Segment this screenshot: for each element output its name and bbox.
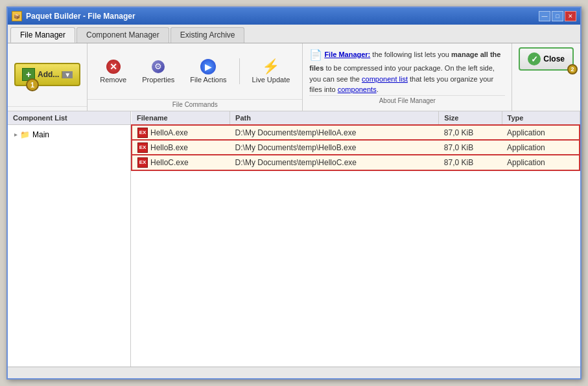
info-link1[interactable]: component list [362, 75, 408, 83]
col-path: Path [230, 111, 439, 125]
tab-existing-archive[interactable]: Existing Archive [171, 27, 245, 43]
table-row[interactable]: EXHelloB.exeD:\My Documents\temp\HelloB.… [132, 140, 580, 155]
tab-file-manager[interactable]: File Manager [10, 27, 75, 43]
file-icon: EX [137, 157, 148, 168]
window-close-button[interactable]: ✕ [565, 11, 576, 21]
toolbar-area: + Add... ▼ 1 ✕ Remove [8, 43, 580, 111]
add-label: Add... [38, 70, 59, 79]
file-path-cell: D:\My Documents\temp\HelloA.exe [230, 125, 439, 141]
file-size-cell: 87,0 KiB [439, 155, 502, 170]
file-type-cell: Application [502, 140, 580, 155]
close-section: ✓ Close 2 [512, 43, 580, 111]
live-update-label: Live Update [252, 76, 290, 84]
info-link2[interactable]: components [338, 85, 377, 93]
tree-item-main[interactable]: ▸ 📁 Main [12, 129, 126, 141]
file-name: HelloB.exe [150, 143, 188, 152]
info-text1: the following list lets you [370, 51, 451, 58]
sidebar-tree: ▸ 📁 Main [8, 125, 130, 367]
commands-buttons: ✕ Remove ⚙ Properties ▶ File Actions [88, 43, 302, 99]
table-row[interactable]: EXHelloA.exeD:\My Documents\temp\HelloA.… [132, 125, 580, 141]
tree-folder-icon: 📁 [20, 130, 30, 139]
content-area: Component List ▸ 📁 Main Filename Path Si… [8, 111, 580, 367]
close-button[interactable]: ✓ Close [519, 47, 574, 71]
file-table: Filename Path Size Type EXHelloA.exeD:\M… [131, 111, 580, 171]
about-label: About File Manager [309, 95, 505, 107]
remove-label: Remove [100, 76, 126, 84]
add-badge: 1 [26, 78, 39, 91]
properties-button[interactable]: ⚙ Properties [136, 56, 180, 87]
title-bar: 📦 Paquet Builder - File Manager — □ ✕ [8, 8, 580, 25]
add-button[interactable]: + Add... ▼ [14, 63, 80, 86]
add-dropdown[interactable]: ▼ [62, 71, 73, 78]
file-commands-label [8, 106, 87, 111]
close-label: Close [543, 54, 565, 63]
sidebar-header: Component List [8, 111, 130, 125]
file-name-cell: EXHelloB.exe [132, 140, 230, 155]
status-bar [8, 367, 580, 378]
col-filename: Filename [132, 111, 230, 125]
col-type: Type [502, 111, 580, 125]
tab-component-manager[interactable]: Component Manager [76, 27, 169, 43]
file-actions-label: File Actions [190, 76, 226, 84]
tabs-bar: File Manager Component Manager Existing … [8, 25, 580, 43]
sidebar: Component List ▸ 📁 Main [8, 111, 131, 367]
file-size-cell: 87,0 KiB [439, 125, 502, 141]
table-header-row: Filename Path Size Type [132, 111, 580, 125]
tree-expand-icon: ▸ [14, 131, 18, 138]
file-list-area: Filename Path Size Type EXHelloA.exeD:\M… [131, 111, 580, 367]
info-text: 📄 File Manager: the following list lets … [309, 47, 505, 95]
properties-icon: ⚙ [150, 59, 166, 74]
col-size: Size [439, 111, 502, 125]
file-size-cell: 87,0 KiB [439, 140, 502, 155]
title-bar-left: 📦 Paquet Builder - File Manager [12, 11, 135, 21]
live-update-icon: ⚡ [263, 59, 279, 74]
info-title-link[interactable]: File Manager: [324, 51, 370, 58]
properties-label: Properties [142, 76, 174, 84]
file-icon: EX [137, 128, 148, 138]
file-name: HelloA.exe [150, 128, 188, 137]
maximize-button[interactable]: □ [552, 11, 563, 21]
info-section: 📄 File Manager: the following list lets … [303, 43, 512, 111]
file-path-cell: D:\My Documents\temp\HelloC.exe [230, 155, 439, 170]
file-actions-button[interactable]: ▶ File Actions [184, 56, 232, 87]
remove-icon: ✕ [106, 59, 121, 74]
close-check-icon: ✓ [528, 52, 541, 65]
file-commands-section-label: File Commands [88, 99, 302, 111]
file-type-cell: Application [502, 125, 580, 141]
file-icon: EX [137, 142, 148, 153]
file-path-cell: D:\My Documents\temp\HelloB.exe [230, 140, 439, 155]
add-buttons: + Add... ▼ 1 [8, 43, 87, 106]
live-update-button[interactable]: ⚡ Live Update [246, 56, 296, 87]
file-name-cell: EXHelloC.exe [132, 155, 230, 170]
title-controls: — □ ✕ [539, 11, 576, 21]
file-type-cell: Application [502, 155, 580, 170]
minimize-button[interactable]: — [539, 11, 550, 21]
tree-item-label: Main [32, 130, 49, 139]
commands-section: ✕ Remove ⚙ Properties ▶ File Actions [88, 43, 303, 111]
main-window: 📦 Paquet Builder - File Manager — □ ✕ Fi… [6, 6, 582, 380]
add-section: + Add... ▼ 1 [8, 43, 88, 111]
close-badge: 2 [567, 64, 578, 74]
window-title: Paquet Builder - File Manager [26, 12, 135, 21]
file-actions-icon: ▶ [200, 59, 216, 74]
app-icon: 📦 [12, 11, 22, 21]
file-name-cell: EXHelloA.exe [132, 125, 230, 141]
info-text4: . [377, 85, 379, 93]
file-name: HelloC.exe [150, 158, 189, 167]
table-row[interactable]: EXHelloC.exeD:\My Documents\temp\HelloC.… [132, 155, 580, 170]
remove-button[interactable]: ✕ Remove [94, 56, 132, 87]
